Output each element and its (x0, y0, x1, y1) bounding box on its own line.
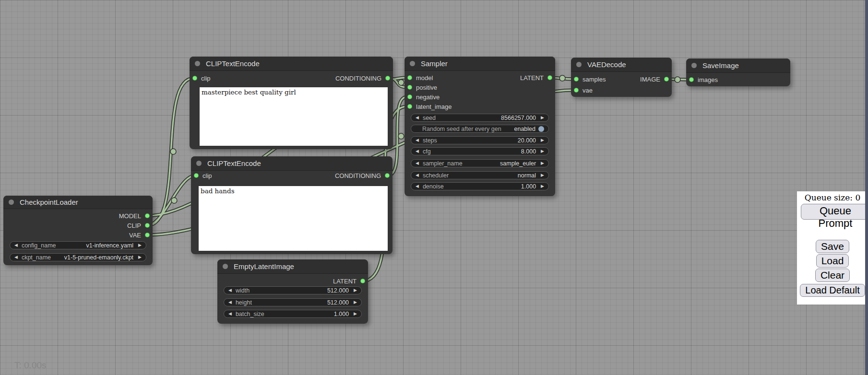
output-slot-conditioning[interactable]: CONDITIONING (335, 74, 390, 82)
widget-sampler-name[interactable]: ◀ sampler_name sample_euler ▶ (411, 159, 549, 167)
widget-batch-size[interactable]: ◀ batch_size 1.000 ▶ (224, 310, 362, 318)
input-dot-icon[interactable] (407, 85, 412, 90)
widget-width[interactable]: ◀ width 512.000 ▶ (224, 286, 362, 294)
node-titlebar[interactable]: CLIPTextEncode (190, 57, 393, 71)
output-dot-icon[interactable] (664, 77, 669, 82)
load-default-button[interactable]: Load Default (800, 284, 865, 297)
input-slot-latent-image[interactable]: latent_image (407, 102, 452, 111)
decrement-arrow-icon[interactable]: ◀ (416, 149, 419, 153)
widget-config-name[interactable]: ◀ config_name v1-inference.yaml ▶ (10, 241, 146, 249)
widget-steps[interactable]: ◀ steps 20.000 ▶ (411, 136, 549, 144)
node-clip-text-encode-positive[interactable]: CLIPTextEncode clip CONDITIONING masterp… (190, 57, 393, 149)
input-slot-clip[interactable]: clip (194, 171, 212, 180)
input-dot-icon[interactable] (192, 76, 197, 81)
widget-denoise[interactable]: ◀ denoise 1.000 ▶ (411, 182, 549, 190)
input-slot-negative[interactable]: negative (407, 93, 440, 101)
widget-scheduler[interactable]: ◀ scheduler normal ▶ (411, 171, 549, 179)
output-dot-icon[interactable] (385, 173, 390, 178)
node-clip-text-encode-negative[interactable]: CLIPTextEncode clip CONDITIONING bad han… (191, 156, 392, 254)
decrement-arrow-icon[interactable]: ◀ (14, 255, 18, 259)
widget-label: config_name (22, 242, 56, 249)
collapse-dot-icon[interactable] (9, 199, 14, 205)
queue-prompt-button[interactable]: Queue Prompt (801, 204, 868, 220)
widget-cfg[interactable]: ◀ cfg 8.000 ▶ (411, 147, 549, 155)
decrement-arrow-icon[interactable]: ◀ (416, 138, 419, 142)
increment-arrow-icon[interactable]: ▶ (541, 161, 544, 165)
output-dot-icon[interactable] (547, 75, 552, 80)
node-titlebar[interactable]: Sampler (404, 57, 555, 71)
output-slot-image[interactable]: IMAGE (640, 75, 669, 83)
decrement-arrow-icon[interactable]: ◀ (14, 243, 18, 247)
collapse-dot-icon[interactable] (576, 62, 582, 67)
node-titlebar[interactable]: EmptyLatentImage (217, 259, 368, 274)
widget-seed[interactable]: ◀ seed 8566257.000 ▶ (411, 114, 549, 122)
widget-height[interactable]: ◀ height 512.000 ▶ (224, 298, 362, 306)
increment-arrow-icon[interactable]: ▶ (541, 116, 544, 120)
input-dot-icon[interactable] (689, 77, 694, 82)
input-dot-icon[interactable] (574, 88, 579, 93)
widget-ckpt-name[interactable]: ◀ ckpt_name v1-5-pruned-emaonly.ckpt ▶ (10, 253, 146, 261)
positive-prompt-textarea[interactable]: masterpiece best quality girl (200, 87, 388, 146)
output-slot-latent[interactable]: LATENT (333, 277, 365, 285)
input-dot-icon[interactable] (574, 77, 579, 82)
clear-button[interactable]: Clear (815, 269, 850, 282)
increment-arrow-icon[interactable]: ▶ (541, 149, 544, 153)
input-slot-positive[interactable]: positive (407, 83, 437, 92)
collapse-dot-icon[interactable] (196, 161, 202, 166)
scrollbar[interactable] (865, 0, 868, 375)
output-dot-icon[interactable] (360, 279, 365, 283)
output-slot-clip[interactable]: CLIP (127, 221, 150, 230)
negative-prompt-textarea[interactable]: bad hands (199, 186, 388, 251)
decrement-arrow-icon[interactable]: ◀ (416, 161, 419, 165)
decrement-arrow-icon[interactable]: ◀ (416, 173, 419, 177)
load-button[interactable]: Load (816, 254, 849, 268)
increment-arrow-icon[interactable]: ▶ (354, 288, 357, 293)
decrement-arrow-icon[interactable]: ◀ (416, 116, 419, 120)
output-slot-latent[interactable]: LATENT (520, 73, 552, 82)
collapse-dot-icon[interactable] (223, 264, 228, 269)
increment-arrow-icon[interactable]: ▶ (138, 255, 142, 259)
node-vae-decode[interactable]: VAEDecode samples vae IMAGE (571, 58, 672, 97)
decrement-arrow-icon[interactable]: ◀ (228, 300, 232, 305)
input-dot-icon[interactable] (407, 104, 412, 109)
node-titlebar[interactable]: CLIPTextEncode (191, 156, 392, 171)
increment-arrow-icon[interactable]: ▶ (541, 184, 544, 188)
increment-arrow-icon[interactable]: ▶ (354, 300, 357, 305)
collapse-dot-icon[interactable] (691, 63, 697, 68)
output-dot-icon[interactable] (145, 233, 150, 237)
input-slot-clip[interactable]: clip (192, 74, 211, 82)
increment-arrow-icon[interactable]: ▶ (138, 243, 142, 247)
output-dot-icon[interactable] (145, 213, 150, 218)
save-button[interactable]: Save (816, 240, 849, 253)
node-titlebar[interactable]: CheckpointLoader (3, 196, 153, 209)
node-checkpoint-loader[interactable]: CheckpointLoader MODEL CLIP VAE ◀ config… (3, 196, 153, 265)
increment-arrow-icon[interactable]: ▶ (541, 138, 544, 142)
comfyui-canvas[interactable]: { "colors": { "link": "#a9c49e", "link_o… (0, 0, 868, 375)
increment-arrow-icon[interactable]: ▶ (541, 173, 544, 177)
output-slot-vae[interactable]: VAE (129, 231, 150, 239)
output-slot-model[interactable]: MODEL (119, 211, 150, 220)
decrement-arrow-icon[interactable]: ◀ (228, 288, 232, 293)
input-slot-vae[interactable]: vae (574, 86, 593, 94)
input-slot-samples[interactable]: samples (574, 75, 606, 83)
node-titlebar[interactable]: SaveImage (686, 59, 790, 73)
decrement-arrow-icon[interactable]: ◀ (416, 184, 419, 188)
widget-random-seed-toggle[interactable]: Random seed after every gen enabled (411, 125, 549, 133)
input-slot-model[interactable]: model (407, 73, 433, 82)
collapse-dot-icon[interactable] (410, 61, 415, 66)
input-dot-icon[interactable] (194, 173, 199, 178)
output-dot-icon[interactable] (385, 76, 390, 81)
node-empty-latent-image[interactable]: EmptyLatentImage LATENT ◀ width 512.000 … (217, 259, 368, 324)
node-save-image[interactable]: SaveImage images (686, 59, 790, 86)
decrement-arrow-icon[interactable]: ◀ (228, 312, 232, 316)
input-slot-images[interactable]: images (689, 75, 718, 84)
input-dot-icon[interactable] (407, 75, 412, 80)
node-titlebar[interactable]: VAEDecode (571, 58, 672, 72)
collapse-dot-icon[interactable] (195, 61, 200, 66)
increment-arrow-icon[interactable]: ▶ (354, 312, 357, 316)
input-dot-icon[interactable] (407, 94, 412, 99)
output-dot-icon[interactable] (145, 223, 150, 228)
toggle-on-icon[interactable] (538, 126, 544, 132)
node-sampler[interactable]: Sampler model positive negative latent_i… (404, 57, 555, 196)
output-slot-conditioning[interactable]: CONDITIONING (335, 171, 390, 180)
